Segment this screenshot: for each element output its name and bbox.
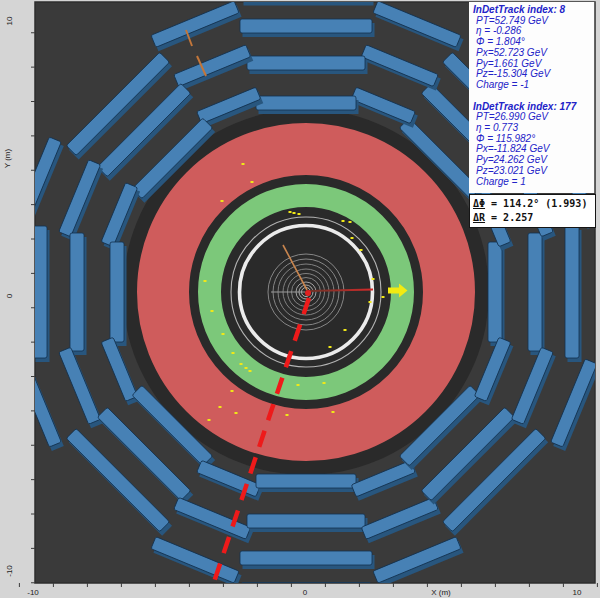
hit-marker xyxy=(344,329,347,331)
hit-marker xyxy=(329,346,332,348)
hit-marker xyxy=(293,212,296,214)
hit-marker xyxy=(231,390,234,392)
muon-chamber-box xyxy=(247,56,365,70)
hit-marker xyxy=(222,333,225,335)
hit-marker xyxy=(349,221,352,223)
hit-marker xyxy=(240,363,243,365)
y-tick-label: -10 xyxy=(5,565,14,577)
muon-chamber-box xyxy=(256,96,356,110)
track-pz: Pz=23.021 GeV xyxy=(473,166,594,177)
hit-marker xyxy=(297,384,300,386)
hit-marker xyxy=(242,163,245,165)
hit-marker xyxy=(351,237,354,239)
x-tick-label: 0 xyxy=(303,588,308,597)
hit-marker xyxy=(219,406,222,408)
hit-marker xyxy=(332,411,335,413)
hit-marker xyxy=(382,296,385,298)
delta-r-value: = 2.257 xyxy=(485,212,533,223)
muon-chamber-box xyxy=(240,19,372,33)
delta-r-symbol: ΔR xyxy=(473,212,485,223)
track-info-panel: InDetTrack index: 8 PT=52.749 GeV η = -0… xyxy=(469,2,595,193)
x-tick-label: -10 xyxy=(27,588,39,597)
hit-marker xyxy=(221,200,224,202)
track-px: Px=52.723 GeV xyxy=(473,48,594,59)
hit-marker xyxy=(235,412,238,414)
delta-phi-row: ΔΦ = 114.2° (1.993) xyxy=(473,197,595,211)
hit-marker xyxy=(289,211,292,213)
hit-marker xyxy=(298,213,301,215)
muon-chamber-box xyxy=(247,514,365,528)
delta-phi-symbol: ΔΦ xyxy=(473,198,485,209)
hit-marker xyxy=(245,367,248,369)
delta-phi-value: = 114.2° (1.993) xyxy=(485,198,587,209)
hit-marker xyxy=(369,301,372,303)
delta-r-row: ΔR = 2.257 xyxy=(473,211,595,225)
track-info-block: InDetTrack index: 8 PT=52.749 GeV η = -0… xyxy=(473,5,594,91)
muon-chamber-box xyxy=(110,242,124,342)
x-tick-label: 10 xyxy=(573,588,582,597)
x-axis-label: X (m) xyxy=(431,588,451,597)
hit-marker xyxy=(208,419,211,421)
muon-chamber-box xyxy=(565,226,579,358)
track-info-block: InDetTrack index: 177 PT=26.990 GeV η = … xyxy=(473,102,594,188)
y-tick-label: 10 xyxy=(5,16,14,25)
muon-chamber-box xyxy=(528,233,542,351)
y-axis-label: Y (m) xyxy=(3,148,12,168)
track-charge: Charge = 1 xyxy=(473,177,594,188)
hit-marker xyxy=(204,280,207,282)
y-tick-label: 0 xyxy=(5,293,14,298)
muon-chamber-box xyxy=(488,242,502,342)
hit-marker xyxy=(360,249,363,251)
hit-marker xyxy=(249,370,252,372)
hit-marker xyxy=(342,220,345,222)
hit-marker xyxy=(211,310,214,312)
hit-marker xyxy=(323,382,326,384)
muon-chamber-box xyxy=(240,551,372,565)
muon-chamber-box xyxy=(256,474,356,488)
delta-angle-panel: ΔΦ = 114.2° (1.993) ΔR = 2.257 xyxy=(469,194,596,228)
hit-marker xyxy=(251,181,254,183)
hit-marker xyxy=(372,278,375,280)
hit-marker xyxy=(232,352,235,354)
muon-chamber-box xyxy=(70,233,84,351)
vertex-dot xyxy=(305,290,311,296)
hit-marker xyxy=(286,414,289,416)
muon-chamber-box xyxy=(33,226,47,358)
track-charge: Charge = -1 xyxy=(473,80,594,91)
